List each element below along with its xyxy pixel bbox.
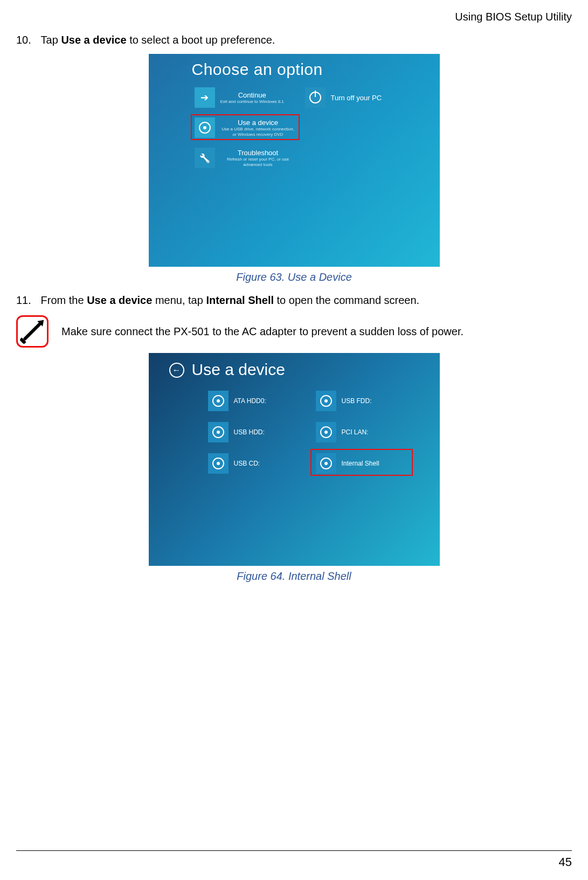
disc-icon	[208, 453, 229, 474]
device-usb-fdd[interactable]: USB FDD:	[316, 391, 372, 411]
tile-troubleshoot-title: Troubleshoot	[220, 149, 296, 157]
step-10: 10. Tap Use a device to select a boot up…	[16, 33, 572, 47]
arrow-right-icon	[195, 87, 215, 108]
step-11-bold2: Internal Shell	[206, 294, 274, 306]
header-section: Using BIOS Setup Utility	[16, 11, 572, 23]
use-a-device-title: Use a device	[192, 361, 285, 379]
choose-option-title: Choose an option	[192, 60, 323, 79]
device-internal-shell-label: Internal Shell	[342, 460, 379, 467]
page-number: 45	[559, 855, 572, 869]
figure-63: Choose an option Continue Exit and conti…	[16, 54, 572, 267]
step-11-pre: From the	[41, 294, 87, 306]
choose-option-screen: Choose an option Continue Exit and conti…	[149, 54, 440, 267]
tile-continue[interactable]: Continue Exit and continue to Windows 8.…	[195, 87, 284, 108]
tile-turnoff[interactable]: Turn off your PC	[305, 87, 382, 108]
step-11-num: 11.	[16, 293, 38, 308]
power-icon	[305, 87, 326, 108]
tile-turnoff-title: Turn off your PC	[331, 94, 382, 102]
note: Make sure connect the PX-501 to the AC a…	[16, 315, 572, 348]
disc-icon	[208, 422, 229, 442]
step-11-bold1: Use a device	[87, 294, 152, 306]
tile-troubleshoot[interactable]: Troubleshoot Refresh or reset your PC, o…	[195, 148, 296, 168]
disc-icon	[316, 453, 336, 474]
step-11-body: From the Use a device menu, tap Internal…	[41, 293, 571, 308]
step-10-pre: Tap	[41, 34, 61, 46]
disc-icon	[208, 391, 229, 411]
disc-icon	[316, 391, 336, 411]
tile-use-a-device-sub: Use a USB drive, network connection, or …	[220, 127, 296, 137]
tile-continue-sub: Exit and continue to Windows 8.1	[220, 99, 284, 105]
tools-icon	[195, 148, 215, 168]
device-usb-fdd-label: USB FDD:	[342, 397, 372, 405]
step-11: 11. From the Use a device menu, tap Inte…	[16, 293, 572, 308]
device-ata-hdd0[interactable]: ATA HDD0:	[208, 391, 266, 411]
device-pci-lan[interactable]: PCI LAN:	[316, 422, 369, 442]
device-usb-cd-label: USB CD:	[234, 460, 260, 467]
disc-icon	[316, 422, 336, 442]
pen-note-icon	[16, 315, 49, 348]
device-usb-cd[interactable]: USB CD:	[208, 453, 260, 474]
tile-use-a-device[interactable]: Use a device Use a USB drive, network co…	[195, 117, 296, 138]
footer-rule	[16, 850, 572, 851]
device-pci-lan-label: PCI LAN:	[342, 428, 369, 436]
step-11-post: to open the command screen.	[274, 294, 419, 306]
caption-fig63: Figure 63. Use a Device	[16, 271, 572, 283]
step-10-num: 10.	[16, 33, 38, 47]
caption-fig64: Figure 64. Internal Shell	[16, 570, 572, 583]
device-usb-hdd[interactable]: USB HDD:	[208, 422, 265, 442]
back-button[interactable]: ←	[169, 363, 184, 378]
step-10-body: Tap Use a device to select a boot up pre…	[41, 33, 571, 47]
disc-icon	[195, 117, 215, 138]
figure-64: ← Use a device ATA HDD0: USB HDD: USB CD…	[16, 353, 572, 566]
note-text: Make sure connect the PX-501 to the AC a…	[61, 325, 464, 338]
step-10-bold: Use a device	[61, 34, 126, 46]
tile-use-a-device-title: Use a device	[220, 119, 296, 127]
use-a-device-screen: ← Use a device ATA HDD0: USB HDD: USB CD…	[149, 353, 440, 566]
step-10-post: to select a boot up preference.	[127, 34, 275, 46]
step-11-mid: menu, tap	[152, 294, 206, 306]
device-usb-hdd-label: USB HDD:	[234, 428, 265, 436]
device-internal-shell[interactable]: Internal Shell	[316, 453, 379, 474]
tile-continue-title: Continue	[220, 91, 284, 99]
tile-troubleshoot-sub: Refresh or reset your PC, or use advance…	[220, 157, 296, 167]
device-ata-hdd0-label: ATA HDD0:	[234, 397, 266, 405]
